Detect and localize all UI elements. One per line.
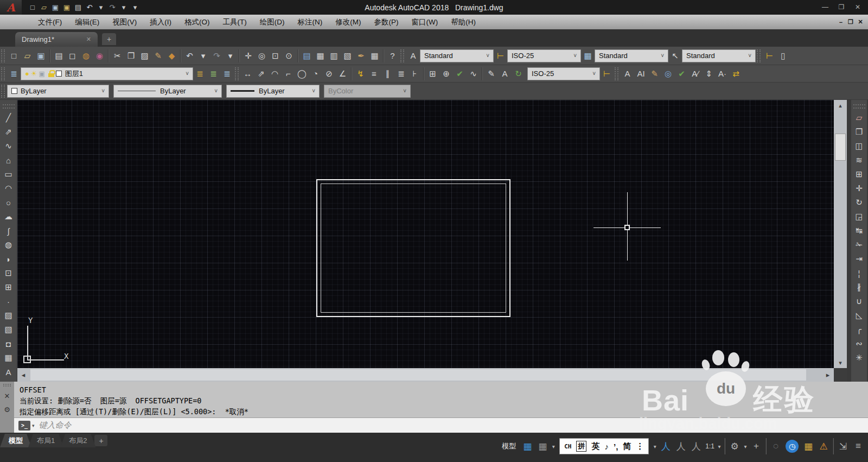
trim-icon[interactable]: ✁ bbox=[852, 238, 866, 252]
ime-more-icon[interactable]: ⋮ bbox=[636, 441, 644, 451]
menu-file[interactable]: 文件(F) bbox=[31, 15, 68, 29]
layer-combo[interactable]: ● ☀ ▣ 图层1 ˅ bbox=[21, 67, 193, 80]
chevron-down-icon[interactable]: ▾ bbox=[32, 423, 35, 428]
polyline-icon[interactable]: ∿ bbox=[2, 139, 16, 153]
make-block-icon[interactable]: ⊞ bbox=[2, 280, 16, 294]
menu-window[interactable]: 窗口(W) bbox=[405, 15, 445, 29]
properties-icon[interactable]: ▤ bbox=[300, 49, 314, 63]
plot-icon[interactable]: ▤ bbox=[73, 2, 84, 14]
qat-overflow-icon[interactable]: ▾ bbox=[130, 2, 141, 14]
dim-space-icon[interactable]: ≣ bbox=[394, 67, 408, 81]
lineweight-combo[interactable]: ByLayer ˅ bbox=[226, 85, 320, 98]
toolbar-grip[interactable] bbox=[1, 85, 5, 98]
scroll-left-icon[interactable]: ◂ bbox=[17, 368, 29, 382]
tab-model[interactable]: 模型 bbox=[0, 434, 31, 447]
dim-radius-icon[interactable]: ◯ bbox=[295, 67, 309, 81]
zoom-window-icon[interactable]: ⊡ bbox=[269, 49, 282, 63]
copy-icon[interactable]: ❐ bbox=[852, 125, 866, 139]
gradient-icon[interactable]: ▧ bbox=[2, 322, 16, 337]
undo-icon[interactable]: ↶ bbox=[183, 49, 196, 63]
mdi-restore-icon[interactable]: ❐ bbox=[846, 18, 855, 27]
join-icon[interactable]: ∪ bbox=[852, 294, 866, 308]
batch-plot-icon[interactable]: ◉ bbox=[93, 49, 106, 63]
horizontal-scrollbar[interactable]: ◂ ▸ bbox=[17, 368, 834, 382]
dim-tool-icon[interactable]: ⊢ bbox=[763, 49, 776, 63]
command-history[interactable]: OFFSET 当前设置: 删除源=否 图层=源 OFFSETGAPTYPE=0 … bbox=[14, 382, 868, 417]
menu-modify[interactable]: 修改(M) bbox=[329, 15, 367, 29]
add-layout-button[interactable]: + bbox=[94, 435, 107, 446]
dim-linear-icon[interactable]: ↔ bbox=[241, 67, 254, 81]
multileader-style-combo[interactable]: Standard˅ bbox=[682, 49, 756, 62]
object-color-combo[interactable]: ByLayer ˅ bbox=[7, 85, 109, 98]
qnew-icon[interactable]: □ bbox=[7, 49, 21, 63]
clipped-tool-icon[interactable]: ▯ bbox=[776, 49, 790, 63]
plot-icon[interactable]: ▤ bbox=[52, 49, 66, 63]
command-input[interactable]: 键入命令 bbox=[39, 420, 72, 431]
zoom-realtime-icon[interactable]: ◎ bbox=[255, 49, 269, 63]
dim-diameter-icon[interactable]: ⊘ bbox=[322, 67, 336, 81]
markup-icon[interactable]: ✒ bbox=[354, 49, 368, 63]
table-style-icon[interactable]: ▦ bbox=[581, 49, 595, 63]
mtext-icon[interactable]: A bbox=[2, 365, 16, 379]
dim-inspect-icon[interactable]: ✔ bbox=[453, 67, 467, 81]
annotation-scale-icon[interactable]: 人 bbox=[688, 435, 704, 457]
menu-tools[interactable]: 工具(T) bbox=[216, 15, 253, 29]
open-icon[interactable]: ▱ bbox=[39, 2, 49, 14]
break-at-point-icon[interactable]: ¦ bbox=[852, 266, 866, 280]
horizontal-scroll-thumb[interactable] bbox=[30, 369, 806, 381]
arc-icon[interactable]: ◠ bbox=[2, 181, 16, 195]
text-style-icon[interactable]: A∕ bbox=[688, 67, 702, 81]
snap-dropdown-icon[interactable]: ▾ bbox=[550, 435, 557, 457]
dim-update-icon[interactable]: ↻ bbox=[512, 67, 525, 81]
menu-parametric[interactable]: 参数(P) bbox=[368, 15, 405, 29]
ime-pinyin[interactable]: 拼 bbox=[576, 441, 586, 452]
toolbar-grip[interactable] bbox=[400, 49, 404, 62]
explode-icon[interactable]: ✳ bbox=[852, 351, 866, 365]
toolbar-grip[interactable] bbox=[235, 67, 239, 80]
tab-layout1[interactable]: 布局1 bbox=[28, 434, 63, 447]
dim-break-icon[interactable]: ⊦ bbox=[408, 67, 422, 81]
redo-dropdown-icon[interactable]: ▾ bbox=[224, 49, 237, 63]
redo-icon[interactable]: ↷ bbox=[107, 2, 118, 14]
dim-angular-icon[interactable]: ∠ bbox=[336, 67, 349, 81]
single-line-text-icon[interactable]: AI bbox=[634, 67, 648, 81]
grid-display-icon[interactable]: ▦ bbox=[520, 435, 535, 457]
dim-jogline-icon[interactable]: ∿ bbox=[467, 67, 480, 81]
toolbar-grip[interactable] bbox=[757, 49, 761, 62]
center-mark-icon[interactable]: ⊕ bbox=[439, 67, 453, 81]
sheet-set-manager-icon[interactable]: ▧ bbox=[341, 49, 354, 63]
layer-lock-icon[interactable] bbox=[48, 70, 54, 77]
stretch-icon[interactable]: ↹ bbox=[852, 224, 866, 238]
linetype-combo[interactable]: ByLayer ˅ bbox=[113, 85, 222, 98]
menu-help[interactable]: 帮助(H) bbox=[444, 15, 482, 29]
close-command-panel-icon[interactable]: ✕ bbox=[4, 392, 10, 400]
scale-icon[interactable]: ◲ bbox=[852, 210, 866, 224]
tab-layout2[interactable]: 布局2 bbox=[60, 434, 95, 447]
convert-text-icon[interactable]: ⇄ bbox=[729, 67, 743, 81]
line-icon[interactable]: ╱ bbox=[2, 111, 16, 125]
undo-dropdown-icon[interactable]: ▾ bbox=[95, 2, 106, 14]
plus-icon[interactable]: + bbox=[749, 435, 764, 457]
graphics-performance-icon[interactable]: ◷ bbox=[786, 440, 799, 453]
clean-screen-icon[interactable]: ⇲ bbox=[835, 435, 851, 457]
multileader-style-icon[interactable]: ↖ bbox=[668, 49, 682, 63]
performance-warning-icon[interactable]: ⚠ bbox=[816, 435, 831, 457]
menu-draw[interactable]: 绘图(D) bbox=[253, 15, 291, 29]
dim-style-combo[interactable]: ISO-25˅ bbox=[507, 49, 581, 62]
dim-aligned-icon[interactable]: ⇗ bbox=[254, 67, 268, 81]
menu-edit[interactable]: 编辑(E) bbox=[68, 15, 106, 29]
scale-text-icon[interactable]: ⇕ bbox=[702, 67, 716, 81]
rotate-icon[interactable]: ↻ bbox=[852, 195, 866, 210]
dim-edit-icon[interactable]: ✎ bbox=[484, 67, 498, 81]
tab-close-icon[interactable]: ✕ bbox=[86, 36, 91, 43]
toolbar-grip[interactable] bbox=[3, 104, 15, 109]
ime-toolbar[interactable]: CH 拼 英 ♪ ’, 简 ⋮ bbox=[559, 438, 649, 454]
move-icon[interactable]: ✛ bbox=[852, 181, 866, 195]
new-tab-button[interactable]: + bbox=[102, 33, 116, 45]
vertical-scrollbar[interactable]: ▴ ▾ bbox=[834, 100, 847, 368]
array-icon[interactable]: ⊞ bbox=[852, 167, 866, 181]
make-current-layer-icon[interactable]: ≣ bbox=[207, 67, 220, 81]
point-icon[interactable]: · bbox=[2, 294, 16, 308]
justify-text-icon[interactable]: A· bbox=[716, 67, 729, 81]
toolbar-grip[interactable] bbox=[1, 67, 5, 80]
